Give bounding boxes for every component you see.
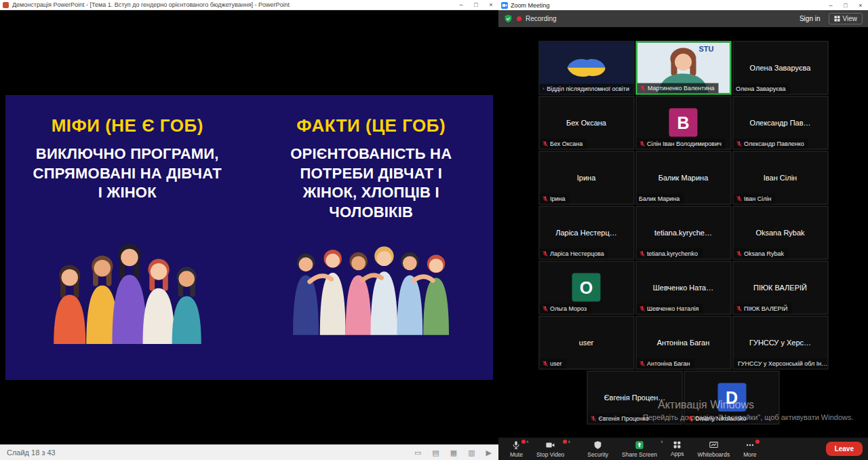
facts-body-text: ОРІЄНТОВАНІСТЬ НА ПОТРЕБИ ДІВЧАТ І ЖІНОК… <box>290 145 452 222</box>
whiteboards-button[interactable]: Whiteboards <box>691 438 736 460</box>
comment-icon[interactable]: ▭ <box>414 448 421 457</box>
participant-label-text: Олена Заваруєва <box>736 85 785 92</box>
normal-view-icon[interactable]: ▤ <box>432 448 439 457</box>
muted-mic-icon <box>639 140 645 147</box>
share-screen-button[interactable]: ∧ Share Screen <box>616 438 663 460</box>
stop-video-button[interactable]: ∧ Stop Video <box>530 438 570 460</box>
participant-label: Євгенія Проценко <box>588 413 653 423</box>
participant-tile[interactable]: Oksana RybakOksana Rybak <box>732 206 828 259</box>
powerpoint-titlebar: Демонстрація PowerPoint - [Тема 1. Вступ… <box>0 0 498 10</box>
participant-tile[interactable]: ВСілін Іван Володимирович <box>635 96 731 149</box>
recording-dot-icon <box>517 16 521 21</box>
slideshow-icon[interactable]: ▶ <box>486 448 492 457</box>
participant-label: Шевченко Наталія <box>636 303 703 313</box>
muted-mic-icon <box>736 250 742 256</box>
slide-sorter-icon[interactable]: ▦ <box>450 448 457 457</box>
whiteboards-label: Whiteboards <box>697 451 730 458</box>
muted-mic-icon <box>736 140 742 147</box>
muted-mic-icon <box>542 195 548 202</box>
mute-button[interactable]: ∧ Mute <box>504 438 529 460</box>
reading-view-icon[interactable]: ▥ <box>468 448 475 457</box>
participant-label-text: Відділ післядипломної освіти <box>547 85 629 92</box>
muted-mic-icon <box>542 305 548 311</box>
participant-tile[interactable]: Євгенія Процен…Євгенія Проценко <box>587 370 683 424</box>
grid-view-icon <box>834 16 840 22</box>
participant-label-text: Бех Оксана <box>550 140 583 147</box>
participant-tile[interactable]: ПІЮК ВАЛЕРІЙПІЮК ВАЛЕРІЙ <box>732 261 828 314</box>
notification-dot <box>563 440 567 444</box>
participant-label-text: Антоніна Баган <box>647 360 690 366</box>
participant-label: ПІЮК ВАЛЕРІЙ <box>733 303 792 313</box>
more-dots-icon <box>745 440 755 450</box>
participant-label: Олександр Павленко <box>733 138 808 149</box>
participant-label-text: ГУНССУ у Херсонській обл Ін… <box>738 360 827 366</box>
participant-label-text: user <box>550 360 562 366</box>
close-button[interactable]: × <box>484 0 498 9</box>
muted-mic-icon <box>542 360 548 366</box>
mixed-group-illustration <box>281 235 461 335</box>
participant-tile[interactable]: Іван СілінІван Сілін <box>732 151 828 204</box>
camera-icon <box>545 440 555 450</box>
participant-label-text: Сілін Іван Володимирович <box>647 140 722 147</box>
powerpoint-statusbar: Слайд 18 з 43 ▭▤▦▥▶ <box>0 444 498 460</box>
participant-tile[interactable]: ГУНССУ у Херс…ГУНССУ у Херсонській обл І… <box>732 315 828 369</box>
participant-tile[interactable]: Шевченко Ната…Шевченко Наталія <box>635 261 731 314</box>
window-controls: – □ × <box>454 0 498 9</box>
participant-label-text: Євгенія Проценко <box>599 415 649 421</box>
view-button[interactable]: View <box>829 13 863 24</box>
participant-tile[interactable]: Антоніна БаганАнтоніна Баган <box>635 315 731 369</box>
muted-mic-icon <box>542 140 548 147</box>
notification-dot <box>755 440 760 444</box>
participant-tile[interactable]: Ларіса Нестерц…Ларіса Нестерцова <box>538 206 634 259</box>
presentation-canvas: МІФИ (НЕ Є ГОБ) ВИКЛЮЧНО ПРОГРАМИ, СПРЯМ… <box>0 10 498 444</box>
participant-grid: Відділ післядипломної освітиSTUМартиненк… <box>538 40 829 425</box>
participant-tile[interactable]: Відділ післядипломної освіти <box>538 41 634 94</box>
participant-label-text: Oksana Rybak <box>744 250 784 256</box>
participant-label: Oksana Rybak <box>733 248 788 258</box>
participant-tile[interactable]: Олена ЗаваруєваОлена Заваруєва <box>732 41 828 94</box>
minimize-button[interactable]: – <box>454 0 469 9</box>
minimize-button[interactable]: – <box>823 0 838 10</box>
maximize-button[interactable]: □ <box>838 0 853 10</box>
participant-tile[interactable]: ІринаІрина <box>538 151 634 204</box>
encryption-shield-icon[interactable] <box>504 14 513 23</box>
close-button[interactable]: × <box>853 0 868 10</box>
chevron-up-icon[interactable]: ∧ <box>526 439 529 444</box>
muted-mic-icon <box>736 195 742 202</box>
more-button[interactable]: More <box>737 438 762 460</box>
women-group-illustration <box>43 211 212 344</box>
participant-tile[interactable]: STUМартиненко Валентина <box>635 41 731 94</box>
recording-label: Recording <box>526 15 557 22</box>
participant-label-text: Мартиненко Валентина <box>648 85 714 91</box>
security-button[interactable]: Security <box>581 438 614 460</box>
participant-label: Сілін Іван Володимирович <box>636 138 726 149</box>
participant-tile[interactable]: Балик МаринаБалик Марина <box>635 151 731 204</box>
muted-mic-icon <box>736 305 742 311</box>
apps-icon <box>673 440 682 449</box>
participant-label: Іван Сілін <box>733 193 775 204</box>
chevron-up-icon[interactable]: ∧ <box>568 439 570 444</box>
maximize-button[interactable]: □ <box>469 0 484 9</box>
participant-tile[interactable]: useruser <box>538 315 634 369</box>
chevron-up-icon[interactable]: ∧ <box>660 439 663 444</box>
svg-text:STU: STU <box>698 44 713 52</box>
participant-tile[interactable]: Олександр Пав…Олександр Павленко <box>732 96 828 149</box>
zoom-app-icon <box>501 2 508 9</box>
participant-avatar: O <box>572 273 601 302</box>
participant-label: tetiana.kyrychenko <box>636 248 702 258</box>
participant-label-text: Шевченко Наталія <box>647 305 698 311</box>
participant-tile[interactable]: DDmitriy Nikolaenko <box>684 370 780 424</box>
participant-label-text: Ларіса Нестерцова <box>550 250 604 256</box>
participant-label: Відділ післядипломної освіти <box>539 83 633 94</box>
participant-tile[interactable]: tetiana.kyryche…tetiana.kyrychenko <box>635 206 731 259</box>
apps-button[interactable]: Apps <box>665 438 690 460</box>
participant-tile[interactable]: OОльга Мороз <box>538 261 634 314</box>
zoom-window: Zoom Meeting – □ × Recording Sign in Vie… <box>498 0 868 460</box>
participant-avatar: D <box>717 383 746 412</box>
sign-in-link[interactable]: Sign in <box>800 15 821 22</box>
participant-label-text: Dmitriy Nikolaenko <box>696 415 747 421</box>
participant-tile[interactable]: Бех ОксанаБех Оксана <box>538 96 634 149</box>
participant-label: Бех Оксана <box>539 138 587 149</box>
leave-button[interactable]: Leave <box>826 442 863 456</box>
powerpoint-window-title: Демонстрація PowerPoint - [Тема 1. Вступ… <box>12 1 454 8</box>
